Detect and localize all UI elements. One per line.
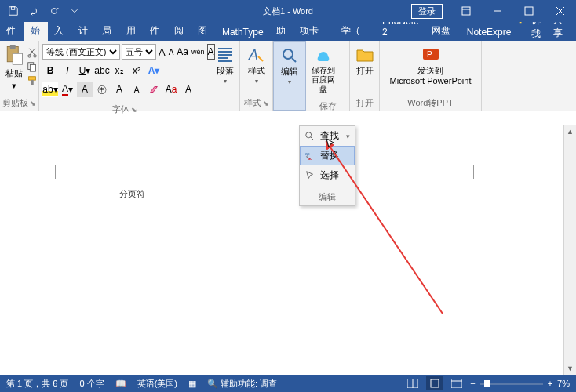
phonetic-guide-button[interactable]: wén — [191, 44, 206, 60]
ribbon-tabs: 文件 开始 插入 设计 布局 引用 邮件 审阅 视图 MathType 帮助 新… — [0, 22, 576, 41]
paragraph-group: 段落▾ — [210, 41, 240, 111]
status-bar: 第 1 页，共 6 页 0 个字 📖 英语(美国) ▦ 🔍 辅助功能: 调查 −… — [0, 375, 576, 392]
subscript-button[interactable]: x₂ — [111, 63, 127, 78]
char-shading-button[interactable]: A — [77, 82, 93, 97]
page-corner — [55, 165, 69, 179]
svg-text:P: P — [427, 50, 432, 59]
minimize-button[interactable] — [482, 0, 513, 22]
font-label: 字体 — [112, 103, 129, 115]
print-layout-button[interactable] — [426, 376, 443, 390]
style-button[interactable]: Aa — [163, 82, 179, 97]
highlight-button[interactable]: ab▾ — [42, 82, 58, 97]
tab-noteexpress[interactable]: NoteExpre — [461, 24, 518, 41]
clipboard-group: 粘贴 ▾ 剪贴板⬊ — [0, 41, 39, 111]
undo-button[interactable] — [25, 2, 42, 20]
save-button[interactable] — [5, 2, 22, 20]
shrink-font-button[interactable]: A — [168, 44, 175, 60]
italic-button[interactable]: I — [60, 63, 75, 78]
bold-button[interactable]: B — [42, 63, 58, 78]
font-group: 等线 (西文正文) 五号 A A Aa wén A B I U▾ abc x₂ … — [39, 41, 210, 111]
format-painter-icon[interactable] — [27, 75, 38, 86]
svg-rect-7 — [10, 45, 16, 49]
dropdown-footer: 编辑 — [300, 189, 355, 205]
svg-text:ac: ac — [308, 156, 312, 161]
svg-rect-26 — [451, 379, 462, 388]
styles-label: 样式 — [244, 97, 261, 109]
grow-font2-button[interactable]: A — [111, 82, 127, 97]
web-layout-button[interactable] — [448, 376, 465, 390]
svg-rect-14 — [31, 80, 34, 85]
ribbon-options-button[interactable] — [450, 0, 482, 22]
save-baidu-button[interactable]: 保存到百度网盘 — [309, 44, 337, 96]
editing-button[interactable]: 编辑▾ — [277, 45, 302, 88]
copy-icon[interactable] — [27, 61, 38, 72]
accessibility-status[interactable]: 🔍 辅助功能: 调查 — [207, 378, 277, 390]
cursor-pointer-icon — [325, 138, 337, 151]
svg-rect-2 — [462, 7, 470, 15]
change-case-button[interactable]: Aa — [176, 44, 189, 60]
clipboard-label: 剪贴板 — [2, 97, 28, 109]
dialog-launcher-icon[interactable]: ⬊ — [263, 100, 269, 107]
maximize-button[interactable] — [513, 0, 545, 22]
editing-group: 编辑▾ — [273, 41, 306, 111]
font-name-select[interactable]: 等线 (西文正文) — [42, 44, 120, 60]
paragraph-button[interactable]: 段落▾ — [213, 44, 236, 87]
zoom-level[interactable]: 7% — [557, 379, 570, 388]
format-button[interactable]: A — [180, 82, 196, 97]
zoom-slider[interactable] — [480, 383, 543, 385]
ribbon: 粘贴 ▾ 剪贴板⬊ 等线 (西文正文) 五号 A A Aa wén A B — [0, 41, 576, 111]
baidu-group: 保存到百度网盘 保存 — [306, 41, 350, 111]
svg-rect-0 — [11, 7, 14, 10]
open-label: 打开 — [350, 96, 379, 111]
shrink-font2-button[interactable]: A — [129, 82, 144, 97]
ppt-label: Word转PPT — [380, 96, 481, 111]
font-size-select[interactable]: 五号 — [122, 44, 156, 60]
open-group: 打开 打开 — [350, 41, 380, 111]
document-area[interactable]: 分页符 查找▾ abac 替换 选择 编辑 — [0, 125, 576, 375]
scroll-down-button[interactable]: ▼ — [564, 362, 576, 375]
close-button[interactable] — [545, 0, 576, 22]
page-status[interactable]: 第 1 页，共 6 页 — [6, 378, 68, 390]
title-bar: 文档1 - Word 登录 — [0, 0, 576, 22]
zoom-out-button[interactable]: − — [470, 379, 475, 388]
enclose-button[interactable]: ㊥ — [94, 82, 110, 97]
word-count[interactable]: 0 个字 — [79, 378, 104, 390]
svg-point-1 — [52, 9, 57, 14]
svg-text:A: A — [248, 47, 258, 63]
vertical-scrollbar[interactable]: ▲ ▼ — [563, 125, 576, 375]
quick-access-toolbar — [0, 2, 83, 20]
grow-font-button[interactable]: A — [158, 44, 166, 60]
select-item[interactable]: 选择 — [300, 165, 355, 185]
cut-icon[interactable] — [27, 47, 38, 58]
dialog-launcher-icon[interactable]: ⬊ — [30, 100, 36, 107]
underline-button[interactable]: U▾ — [77, 63, 93, 78]
read-mode-button[interactable] — [404, 376, 421, 390]
send-to-ppt-button[interactable]: P 发送到 Microsoft PowerPoint — [384, 44, 478, 88]
svg-rect-3 — [525, 7, 533, 15]
login-button[interactable]: 登录 — [411, 4, 443, 19]
zoom-in-button[interactable]: + — [548, 379, 552, 388]
svg-rect-8 — [13, 53, 22, 64]
scroll-up-button[interactable]: ▲ — [564, 125, 576, 138]
svg-point-19 — [306, 132, 312, 137]
text-effects-button[interactable]: A▾ — [146, 63, 162, 78]
styles-group: A 样式▾ 样式⬊ — [240, 41, 273, 111]
qat-customize[interactable] — [66, 2, 83, 20]
open-button[interactable]: 打开 — [353, 44, 376, 78]
dialog-launcher-icon[interactable]: ⬊ — [131, 106, 137, 114]
ppt-group: P 发送到 Microsoft PowerPoint Word转PPT — [380, 41, 482, 111]
macro-icon[interactable]: ▦ — [188, 379, 196, 389]
clear-formatting-button[interactable] — [146, 82, 162, 97]
svg-point-16 — [283, 49, 293, 59]
superscript-button[interactable]: x² — [129, 63, 144, 78]
paste-button[interactable]: 粘贴 ▾ — [3, 44, 25, 91]
styles-button[interactable]: A 样式▾ — [243, 44, 269, 87]
spellcheck-icon[interactable]: 📖 — [115, 379, 126, 389]
strikethrough-button[interactable]: abc — [94, 63, 110, 78]
tab-mathtype[interactable]: MathType — [216, 24, 270, 41]
font-color-button[interactable]: A▾ — [60, 82, 75, 97]
language-status[interactable]: 英语(美国) — [137, 378, 177, 390]
redo-button[interactable] — [46, 2, 63, 20]
baidu-label: 保存 — [306, 99, 349, 114]
search-icon — [304, 131, 315, 142]
